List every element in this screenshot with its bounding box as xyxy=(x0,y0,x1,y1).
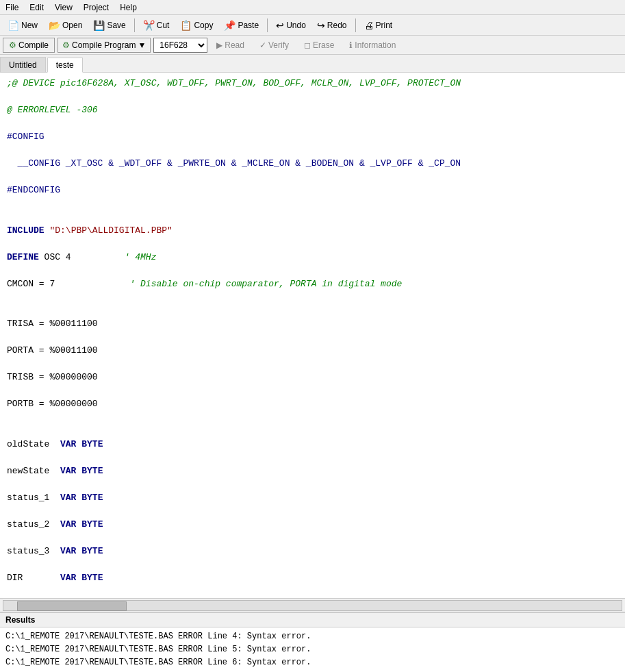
paste-label: Paste xyxy=(238,21,259,30)
save-button[interactable]: 💾 Save xyxy=(88,17,130,34)
menu-file[interactable]: File xyxy=(0,1,24,14)
tab-teste-label: teste xyxy=(56,60,74,70)
undo-button[interactable]: ↩ Undo xyxy=(271,17,311,34)
print-icon: 🖨 xyxy=(364,20,374,31)
new-label: New xyxy=(21,21,38,30)
toolbar: 📄 New 📂 Open 💾 Save ✂️ Cut 📋 Copy 📌 Past… xyxy=(0,15,625,36)
menu-view[interactable]: View xyxy=(49,1,78,14)
copy-label: Copy xyxy=(194,21,213,30)
results-title: Results xyxy=(5,615,35,625)
menu-bar: File Edit View Project Help xyxy=(0,0,625,15)
cut-icon: ✂️ xyxy=(143,20,155,31)
compile-prog-icon: ⚙ xyxy=(62,40,70,50)
sep-2 xyxy=(267,18,268,32)
cut-button[interactable]: ✂️ Cut xyxy=(138,17,175,34)
erase-button[interactable]: ◻ Erase xyxy=(298,38,340,53)
result-line-3: C:\1_REMOTE 2017\RENAULT\TESTE.BAS ERROR… xyxy=(5,656,620,669)
redo-label: Redo xyxy=(327,21,347,30)
hscroll-thumb[interactable] xyxy=(17,601,127,611)
main-content: ;@ DEVICE pic16F628A, XT_OSC, WDT_OFF, P… xyxy=(0,73,625,672)
compile-icon: ⚙ xyxy=(9,40,16,50)
compile-button[interactable]: ⚙ Compile xyxy=(3,38,55,53)
open-button[interactable]: 📂 Open xyxy=(44,17,87,34)
results-header: Results xyxy=(0,613,625,627)
open-icon: 📂 xyxy=(49,20,60,31)
tab-teste[interactable]: teste xyxy=(47,58,83,73)
save-icon: 💾 xyxy=(93,20,105,31)
chip-select[interactable]: 16F628 16F84A 16F877A xyxy=(153,38,207,53)
compile-label: Compile xyxy=(18,40,49,50)
verify-icon: ✓ xyxy=(259,40,266,50)
result-line-2: C:\1_REMOTE 2017\RENAULT\TESTE.BAS ERROR… xyxy=(5,643,620,656)
print-button[interactable]: 🖨 Print xyxy=(359,17,398,34)
menu-project[interactable]: Project xyxy=(78,1,114,14)
dropdown-arrow-icon: ▼ xyxy=(138,40,146,50)
verify-button[interactable]: ✓ Verify xyxy=(253,38,295,53)
tab-bar: Untitled teste xyxy=(0,55,625,73)
menu-help[interactable]: Help xyxy=(114,1,142,14)
open-label: Open xyxy=(62,21,82,30)
results-content: C:\1_REMOTE 2017\RENAULT\TESTE.BAS ERROR… xyxy=(0,627,625,672)
compile-bar: ⚙ Compile ⚙ Compile Program ▼ 16F628 16F… xyxy=(0,36,625,55)
information-button[interactable]: ℹ Information xyxy=(343,38,402,53)
copy-button[interactable]: 📋 Copy xyxy=(175,17,218,34)
print-label: Print xyxy=(376,21,393,30)
results-panel: Results C:\1_REMOTE 2017\RENAULT\TESTE.B… xyxy=(0,612,625,672)
undo-label: Undo xyxy=(286,21,306,30)
read-icon: ▶ xyxy=(216,40,222,50)
cut-label: Cut xyxy=(157,21,170,30)
new-icon: 📄 xyxy=(8,20,19,31)
read-label: Read xyxy=(225,40,244,50)
paste-button[interactable]: 📌 Paste xyxy=(219,17,264,34)
compile-program-label: Compile Program xyxy=(72,40,136,50)
tab-untitled-label: Untitled xyxy=(9,60,37,70)
menu-edit[interactable]: Edit xyxy=(24,1,49,14)
compile-program-button[interactable]: ⚙ Compile Program ▼ xyxy=(58,38,151,53)
hscroll-area[interactable] xyxy=(0,598,625,612)
result-line-1: C:\1_REMOTE 2017\RENAULT\TESTE.BAS ERROR… xyxy=(5,630,620,643)
information-icon: ℹ xyxy=(349,40,353,50)
information-label: Information xyxy=(355,40,396,50)
verify-label: Verify xyxy=(268,40,289,50)
sep-1 xyxy=(134,18,135,32)
undo-icon: ↩ xyxy=(276,20,284,31)
redo-button[interactable]: ↪ Redo xyxy=(312,17,352,34)
new-button[interactable]: 📄 New xyxy=(3,17,42,34)
read-button[interactable]: ▶ Read xyxy=(210,38,251,53)
tab-untitled[interactable]: Untitled xyxy=(0,57,46,72)
editor-area[interactable]: ;@ DEVICE pic16F628A, XT_OSC, WDT_OFF, P… xyxy=(0,73,625,598)
sep-3 xyxy=(355,18,356,32)
erase-icon: ◻ xyxy=(304,40,311,50)
paste-icon: 📌 xyxy=(224,20,235,31)
hscroll-track[interactable] xyxy=(3,600,622,611)
redo-icon: ↪ xyxy=(317,20,325,31)
copy-icon: 📋 xyxy=(180,20,192,31)
erase-label: Erase xyxy=(313,40,334,50)
save-label: Save xyxy=(107,21,125,30)
